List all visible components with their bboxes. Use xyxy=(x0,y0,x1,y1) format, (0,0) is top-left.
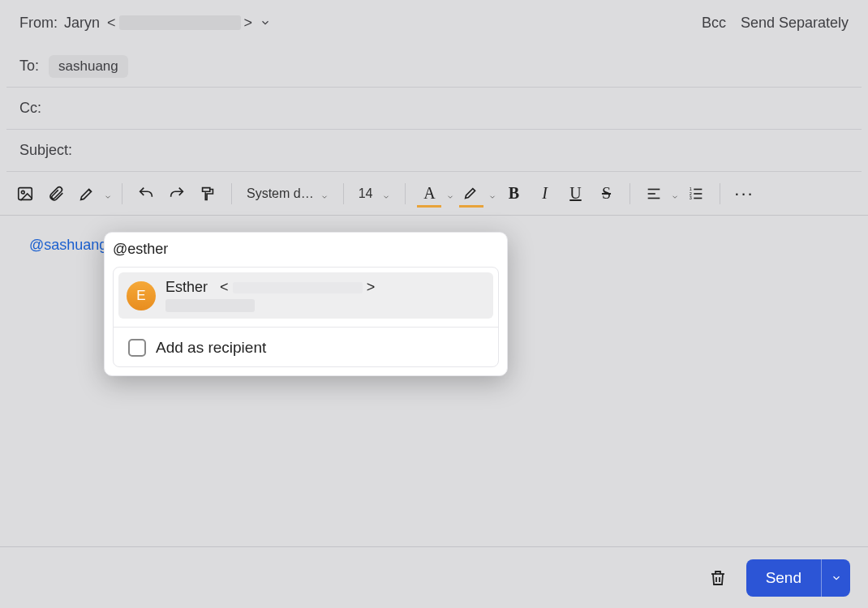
format-painter-icon[interactable] xyxy=(194,180,221,208)
mention-link[interactable]: @sashuang xyxy=(29,237,107,253)
svg-text:3: 3 xyxy=(690,195,692,200)
send-label: Send xyxy=(766,569,801,587)
suggestion-email-redacted xyxy=(233,282,363,293)
strikethrough-button[interactable]: S xyxy=(592,180,620,208)
send-button-group: Send xyxy=(746,559,850,597)
recipient-chip[interactable]: sashuang xyxy=(49,55,128,78)
bold-button[interactable]: B xyxy=(500,180,527,208)
suggestion-subtext-redacted xyxy=(165,299,255,312)
subject-label: Subject: xyxy=(19,142,72,159)
mention-suggestion-item[interactable]: E Esther < > xyxy=(118,272,493,319)
mention-typed-text: @esther xyxy=(113,241,168,258)
subject-row[interactable]: Subject: xyxy=(6,130,862,172)
mention-autocomplete-popup: @esther E Esther < > Add as xyxy=(104,232,508,376)
redo-icon[interactable] xyxy=(163,180,191,208)
from-label: From: xyxy=(19,15,58,32)
from-selector[interactable]: Jaryn < > xyxy=(64,15,272,32)
send-options-button[interactable] xyxy=(821,559,850,597)
undo-icon[interactable] xyxy=(132,180,160,208)
align-icon xyxy=(640,180,668,208)
email-close: > xyxy=(367,279,376,295)
from-name: Jaryn xyxy=(64,15,100,32)
svg-rect-0 xyxy=(19,187,32,199)
divider xyxy=(231,183,232,204)
discard-draft-icon[interactable] xyxy=(704,564,732,592)
chevron-down-icon xyxy=(259,16,272,29)
mention-suggestion-list: E Esther < > Add as recipient xyxy=(113,267,499,367)
more-options-icon[interactable]: ··· xyxy=(730,180,758,208)
format-toolbar: System d… 14 A B I U S xyxy=(0,172,868,216)
divider xyxy=(630,183,630,204)
divider xyxy=(122,183,122,204)
chevron-down-icon xyxy=(488,190,496,198)
send-separately-button[interactable]: Send Separately xyxy=(741,15,849,32)
to-label: To: xyxy=(19,58,39,75)
text-highlight-icon xyxy=(458,180,485,208)
insert-image-icon[interactable] xyxy=(11,180,39,208)
cc-row[interactable]: Cc: xyxy=(6,88,862,130)
email-open: < xyxy=(220,279,229,295)
compose-footer: Send xyxy=(0,546,868,608)
font-color-tool[interactable]: A xyxy=(415,180,454,208)
chevron-down-icon xyxy=(671,190,679,198)
avatar: E xyxy=(127,281,156,310)
from-email-redacted xyxy=(119,15,241,30)
checkbox[interactable] xyxy=(128,339,146,357)
highlight-tool[interactable] xyxy=(73,180,112,208)
bcc-button[interactable]: Bcc xyxy=(702,15,726,32)
chevron-down-icon xyxy=(320,190,329,198)
attach-icon[interactable] xyxy=(42,180,70,208)
font-color-icon: A xyxy=(415,180,443,208)
font-size-selector[interactable]: 14 xyxy=(354,186,396,201)
numbered-list-icon[interactable]: 123 xyxy=(682,180,710,208)
to-row[interactable]: To: sashuang xyxy=(6,45,862,88)
italic-button[interactable]: I xyxy=(531,180,558,208)
svg-point-1 xyxy=(21,191,24,194)
add-as-recipient-label: Add as recipient xyxy=(156,339,266,357)
divider xyxy=(114,327,498,328)
align-tool[interactable] xyxy=(640,180,679,208)
divider xyxy=(405,183,406,204)
text-highlight-tool[interactable] xyxy=(458,180,496,208)
highlighter-icon xyxy=(73,180,101,208)
divider xyxy=(720,183,720,204)
chevron-down-icon xyxy=(382,190,390,198)
chevron-down-icon xyxy=(446,190,454,198)
divider xyxy=(343,183,344,204)
chevron-down-icon xyxy=(104,190,112,198)
send-button[interactable]: Send xyxy=(746,559,821,597)
font-size-value: 14 xyxy=(359,186,373,201)
font-family-selector[interactable]: System d… xyxy=(242,186,333,201)
font-family-value: System d… xyxy=(247,186,314,201)
suggestion-name: Esther xyxy=(165,279,208,295)
from-row: From: Jaryn < > Bcc Send Separately xyxy=(6,0,862,45)
cc-label: Cc: xyxy=(19,100,41,117)
add-as-recipient-option[interactable]: Add as recipient xyxy=(118,332,493,362)
underline-button[interactable]: U xyxy=(561,180,589,208)
